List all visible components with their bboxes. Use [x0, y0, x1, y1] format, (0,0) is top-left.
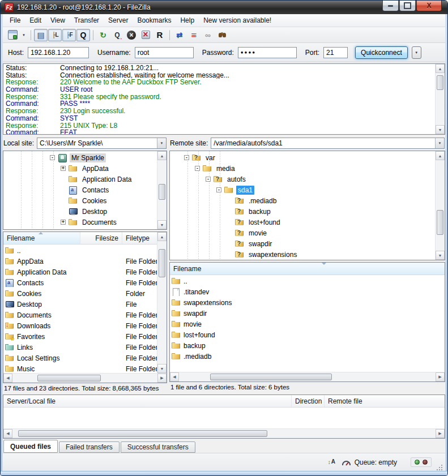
scroll-up-icon[interactable]: ▲: [436, 64, 445, 73]
queue-tab[interactable]: Failed transfers: [59, 441, 120, 453]
column-header-server-local-file[interactable]: Server/Local file: [3, 395, 292, 407]
file-row[interactable]: Favorites File Folder: [3, 331, 157, 342]
scrollbar-thumb[interactable]: [37, 375, 101, 381]
scroll-down-icon[interactable]: ▼: [436, 125, 445, 134]
tree-row[interactable]: autofs: [170, 174, 435, 185]
tree-row[interactable]: Desktop: [3, 206, 157, 217]
toggle-queue-icon[interactable]: [76, 29, 90, 41]
tree-row[interactable]: lost+found: [170, 217, 435, 228]
menu-item[interactable]: New version available!: [199, 15, 276, 26]
tree-row[interactable]: Contacts: [3, 185, 157, 195]
column-header-direction[interactable]: Direction: [292, 395, 325, 407]
local-tree-scrollbar[interactable]: ▲ ▼: [157, 151, 167, 229]
menu-item[interactable]: Bookmarks: [133, 15, 176, 26]
scroll-up-icon[interactable]: ▲: [436, 151, 445, 160]
cancel-icon[interactable]: [125, 29, 138, 41]
file-row[interactable]: Local Settings File Folder: [3, 353, 157, 363]
file-row[interactable]: .mediadb: [170, 351, 445, 362]
file-row[interactable]: swapextensions: [170, 297, 445, 308]
tree-expander-icon[interactable]: [206, 177, 211, 182]
menu-item[interactable]: View: [46, 15, 70, 26]
tree-expander-icon[interactable]: [50, 155, 55, 160]
menu-item[interactable]: Help: [176, 15, 199, 26]
file-row[interactable]: AppData File Folder: [3, 256, 157, 267]
tree-row[interactable]: Mr Sparkle: [3, 152, 157, 163]
maximize-button[interactable]: [399, 1, 416, 11]
tree-expander-icon[interactable]: [61, 166, 66, 171]
refresh-icon[interactable]: [96, 29, 110, 41]
file-row[interactable]: swapdir: [170, 308, 445, 319]
toolbar-separator[interactable]: [93, 30, 93, 40]
tree-row[interactable]: movie: [170, 228, 435, 238]
queue-tab[interactable]: Queued files: [3, 440, 58, 453]
tree-row[interactable]: AppData: [3, 163, 157, 174]
local-list-hscrollbar[interactable]: ◀ ▶: [3, 373, 167, 383]
remote-tree-scrollbar[interactable]: ▲ ▼: [435, 151, 445, 260]
tree-row[interactable]: Downloads: [3, 228, 157, 229]
toolbar-separator[interactable]: [169, 30, 170, 40]
tree-row[interactable]: Application Data: [3, 174, 157, 185]
search-icon[interactable]: [215, 29, 229, 41]
queue-hscrollbar[interactable]: ◀ ▶: [3, 428, 445, 438]
scrollbar-thumb[interactable]: [437, 75, 443, 90]
file-row[interactable]: ..: [3, 245, 157, 256]
file-row[interactable]: Links File Folder: [3, 342, 157, 353]
tree-row[interactable]: sda1: [170, 185, 435, 195]
tree-row[interactable]: .mediadb: [170, 195, 435, 206]
file-row[interactable]: .titandev: [170, 286, 445, 297]
tree-row[interactable]: Cookies: [3, 195, 157, 206]
resize-grip[interactable]: [436, 464, 443, 471]
tree-expander-icon[interactable]: [195, 166, 200, 171]
scrollbar-thumb[interactable]: [159, 184, 165, 200]
username-input[interactable]: [135, 47, 194, 58]
queue-tab[interactable]: Successful transfers: [121, 441, 195, 453]
quickconnect-dropdown-arrow[interactable]: ▼: [412, 46, 421, 59]
file-row[interactable]: Documents File Folder: [3, 310, 157, 320]
toggle-message-log-icon[interactable]: [34, 29, 48, 41]
minimize-button[interactable]: [382, 1, 399, 11]
file-row[interactable]: backup: [170, 340, 445, 351]
menu-item[interactable]: Transfer: [70, 15, 104, 26]
port-input[interactable]: [323, 47, 348, 58]
close-button[interactable]: [416, 1, 442, 11]
tree-row[interactable]: swapextensions: [170, 249, 435, 260]
column-header-filesize[interactable]: Filesize: [80, 232, 122, 244]
filter-icon[interactable]: [187, 29, 200, 41]
file-row[interactable]: Desktop File: [3, 299, 157, 310]
local-list-scrollbar[interactable]: ▲ ▼: [157, 232, 167, 373]
tree-expander-icon[interactable]: [61, 220, 66, 225]
transfer-type-icon[interactable]: [328, 458, 337, 466]
tree-row[interactable]: Documents: [3, 217, 157, 228]
file-row[interactable]: ..: [170, 276, 445, 286]
file-row[interactable]: Downloads File Folder: [3, 320, 157, 331]
site-manager-dropdown[interactable]: [20, 29, 28, 41]
scroll-down-icon[interactable]: ▼: [157, 364, 167, 373]
file-row[interactable]: Cookies Folder: [3, 288, 157, 299]
chevron-down-icon[interactable]: ▼: [435, 138, 444, 148]
tree-expander-icon[interactable]: [184, 155, 189, 160]
menu-item[interactable]: File: [5, 15, 25, 26]
disconnect-icon[interactable]: [139, 29, 152, 41]
tree-row[interactable]: backup: [170, 206, 435, 217]
scroll-left-icon[interactable]: ◀: [3, 429, 12, 438]
remote-site-combo[interactable]: /var/media/autofs/sda1 ▼: [211, 138, 445, 149]
file-row[interactable]: Music File Folder: [3, 363, 157, 373]
scroll-down-icon[interactable]: ▼: [157, 220, 167, 229]
menu-item[interactable]: Server: [104, 15, 133, 26]
scrollbar-thumb[interactable]: [210, 374, 332, 380]
process-queue-icon[interactable]: [110, 29, 124, 41]
file-row[interactable]: movie: [170, 319, 445, 329]
file-row[interactable]: lost+found: [170, 329, 445, 340]
toggle-remote-tree-icon[interactable]: [62, 29, 76, 41]
directory-comparison-icon[interactable]: [173, 29, 186, 41]
host-input[interactable]: [28, 47, 89, 58]
toggle-local-tree-icon[interactable]: [48, 29, 62, 41]
scroll-right-icon[interactable]: ▶: [436, 429, 445, 438]
column-header-filetype[interactable]: Filetype: [122, 232, 157, 244]
site-manager-icon[interactable]: [6, 29, 19, 41]
password-input[interactable]: [238, 47, 297, 58]
synchronized-browsing-icon[interactable]: [201, 29, 215, 41]
log-scrollbar[interactable]: ▲ ▼: [435, 64, 445, 134]
column-header-filename[interactable]: Filename: [170, 263, 445, 275]
local-site-combo[interactable]: C:\Users\Mr Sparkle\ ▼: [37, 138, 167, 149]
